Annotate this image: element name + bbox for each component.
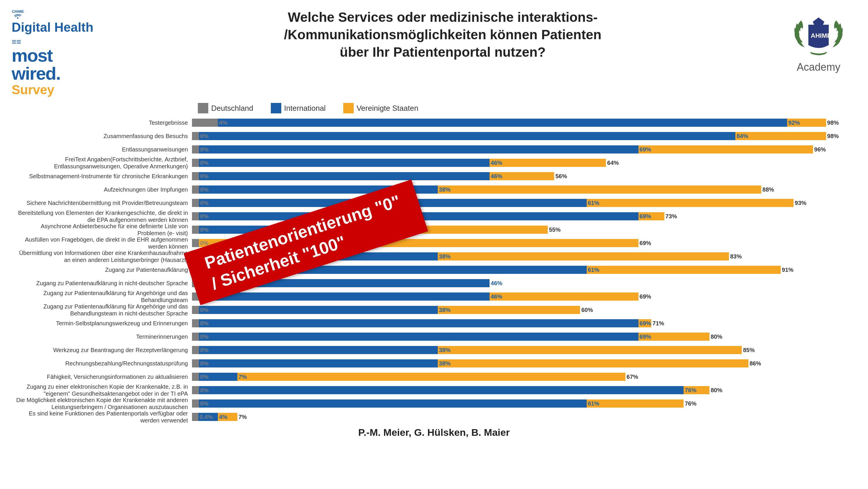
chart-row: Zugang zu einer elektronischen Kopie der… xyxy=(12,384,856,396)
bar-int xyxy=(192,386,684,394)
row-label: FreiText Angaben(Fortschrittsberichte, A… xyxy=(12,156,192,170)
bar-de-label: 0% xyxy=(200,226,209,234)
row-label: Zugang zur Patientenaufklärung für Angeh… xyxy=(12,290,192,303)
bar-int-label: 76% xyxy=(685,386,696,394)
bar-int xyxy=(192,119,787,127)
bar-de xyxy=(192,386,199,394)
bar-int xyxy=(192,159,490,167)
chart-container: Testergebnisse98%92%4%Zusammenfassung de… xyxy=(12,116,856,423)
bar-int-label: 38% xyxy=(439,186,451,194)
bar-us-label: 93% xyxy=(795,199,806,207)
chart-row: Terminerinnerungen80%69%0% xyxy=(12,330,856,343)
digital-health-text: Digital Health ≡≡ xyxy=(12,21,105,46)
chart-row: Übermittlung von Informationen über eine… xyxy=(12,250,856,263)
chart-row: Bereitstellung von Elementen der Kranken… xyxy=(12,210,856,223)
ahime-wreath-icon: AHIME xyxy=(789,9,848,61)
chart-row: Fähigkeit, Versicherungsinformationen zu… xyxy=(12,370,856,383)
bar-int xyxy=(192,319,639,327)
bar-int-label: 4% xyxy=(219,413,227,421)
row-label: Selbstmanagement-Instrumente für chronis… xyxy=(12,173,192,180)
bar-de xyxy=(192,359,199,367)
bar-int-label: 46% xyxy=(491,292,502,301)
bar-de-label: 0% xyxy=(200,199,209,207)
chart-wrapper: Testergebnisse98%92%4%Zusammenfassung de… xyxy=(12,116,856,423)
row-label: Fähigkeit, Versicherungsinformationen zu… xyxy=(12,373,192,380)
legend-box-us xyxy=(343,103,354,113)
bar-int-label: 46% xyxy=(491,279,502,287)
row-label: Sichere Nachrichtenübermittlung mit Prov… xyxy=(12,199,192,206)
bar-int-label: 38% xyxy=(439,359,451,367)
row-label: Ausfüllen von Fragebögen, die direkt in … xyxy=(12,236,192,250)
chart-row: FreiText Angaben(Fortschrittsberichte, A… xyxy=(12,156,856,169)
row-label: Entlassungsanweisungen xyxy=(12,146,192,153)
chart-row: Asynchrone Anbieterbesuche für eine defi… xyxy=(12,223,856,236)
bar-de xyxy=(192,346,199,354)
bar-int-label: 61% xyxy=(588,266,599,274)
chart-row: Testergebnisse98%92%4% xyxy=(12,116,856,129)
bar-area: 76%61%0% xyxy=(192,398,856,409)
bar-int xyxy=(192,132,735,140)
bar-area: 60%38%0% xyxy=(192,305,856,315)
bar-area: 56%46%0% xyxy=(192,171,856,182)
chart-row: Sichere Nachrichtenübermittlung mit Prov… xyxy=(12,197,856,209)
bar-de-label: 0% xyxy=(200,186,209,194)
bar-de xyxy=(192,226,199,234)
row-label: Zugang zu Patientenaufklärung in nicht-d… xyxy=(12,280,192,287)
bar-de-label: 0% xyxy=(200,306,209,314)
bar-de-label: 0% xyxy=(200,359,209,367)
bar-area: 88%38%0% xyxy=(192,184,856,195)
chart-row: Werkzeug zur Beantragung der Rezeptverlä… xyxy=(12,344,856,356)
bar-de xyxy=(192,199,199,207)
bar-de-label: 0% xyxy=(200,159,209,167)
bar-us-label: 91% xyxy=(782,266,794,274)
legend-label-deutschland: Deutschland xyxy=(211,104,253,113)
bar-us-label: 69% xyxy=(640,292,651,301)
bar-de xyxy=(192,132,199,140)
bar-area: 80%76%0% xyxy=(192,385,856,395)
bar-area: 64%46%0% xyxy=(192,158,856,168)
bar-de-label: 0% xyxy=(200,319,209,327)
bar-us xyxy=(192,373,625,381)
bar-int-label: 84% xyxy=(737,132,748,140)
chart-row: Selbstmanagement-Instrumente für chronis… xyxy=(12,170,856,183)
bar-area: 93%61%0% xyxy=(192,198,856,208)
chart-row: Zugang zu Patientenaufklärung in nicht-d… xyxy=(12,277,856,290)
bar-de xyxy=(192,306,199,314)
chart-row: Zugang zur Patientenaufklärung für Angeh… xyxy=(12,303,856,316)
page: CHiME Digital Health ≡≡ most wired. Surv… xyxy=(0,0,868,489)
bar-us-label: 88% xyxy=(763,186,774,194)
bar-de xyxy=(192,373,199,381)
bar-area: 67%7%0% xyxy=(192,371,856,382)
row-label: Terminerinnerungen xyxy=(12,333,192,340)
bar-de xyxy=(192,145,199,154)
bar-de-label: 0% xyxy=(200,373,209,381)
bar-area: 98%92%4% xyxy=(192,118,856,128)
bar-de xyxy=(192,212,199,220)
row-label: Es sind keine Funktionen des Patientenpo… xyxy=(12,410,192,424)
row-label: Übermittlung von Informationen über eine… xyxy=(12,250,192,263)
bar-de-label: 0% xyxy=(200,346,209,354)
bar-us-label: 71% xyxy=(652,319,664,327)
chart-row: Termin-Selbstplanungswerkzeug und Erinne… xyxy=(12,317,856,330)
row-label: Zusammenfassung des Besuchs xyxy=(12,133,192,139)
row-label: Asynchrone Anbieterbesuche für eine defi… xyxy=(12,223,192,237)
bar-int-label: 7% xyxy=(239,373,247,381)
row-label: Werkzeug zur Beantragung der Rezeptverlä… xyxy=(12,347,192,354)
bar-us-label: 76% xyxy=(685,399,696,408)
bar-us-label: 67% xyxy=(626,373,638,381)
logo-area: CHiME Digital Health ≡≡ most wired. Surv… xyxy=(12,9,105,97)
row-label: Zugang zur Patientenaufklärung für Angeh… xyxy=(12,303,192,317)
bar-us-label: 96% xyxy=(814,145,826,154)
bar-us-label: 73% xyxy=(665,212,677,220)
legend-box-deutschland xyxy=(198,103,208,113)
svg-point-1 xyxy=(17,18,19,19)
bar-us-label: 56% xyxy=(555,172,567,180)
bar-us-label: 80% xyxy=(711,386,722,394)
row-label: Rechnungsbezahlung/Rechnungsstatusprüfun… xyxy=(12,360,192,367)
survey-text: Survey xyxy=(12,83,105,97)
bar-us-label: 60% xyxy=(581,306,593,314)
svg-text:AHIME: AHIME xyxy=(811,32,831,39)
svg-text:CHiME: CHiME xyxy=(12,9,24,14)
bar-de xyxy=(192,119,218,127)
bar-us-label: 98% xyxy=(827,132,839,140)
